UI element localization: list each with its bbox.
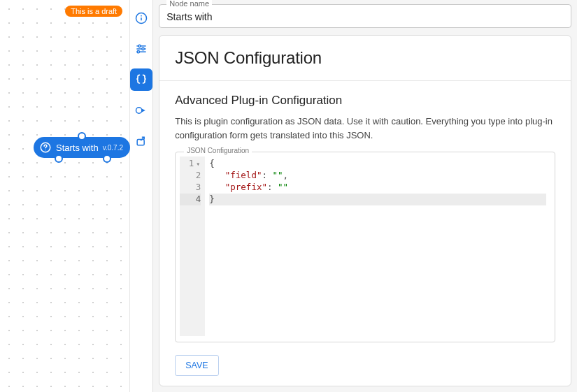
node-port-bottom-left[interactable] (55, 154, 63, 163)
question-circle-icon (39, 141, 52, 154)
side-rail (130, 0, 153, 392)
svg-point-6 (138, 45, 141, 47)
save-button[interactable]: SAVE (175, 355, 218, 376)
rail-info[interactable] (130, 7, 152, 29)
node-version: v.0.7.2 (103, 144, 123, 152)
app-root: This is a draft Starts with v.0.7.2 (0, 0, 577, 392)
draft-badge: This is a draft (65, 6, 122, 17)
rail-export[interactable] (130, 130, 152, 152)
node-port-top[interactable] (78, 132, 86, 140)
node-name-label: Node name (166, 0, 212, 8)
card-subheading: Advanced Plug-in Configuration (175, 94, 555, 108)
svg-point-1 (45, 150, 45, 150)
node-port-bottom-right[interactable] (103, 154, 111, 163)
node-name-input[interactable] (166, 11, 564, 22)
svg-point-10 (137, 51, 139, 53)
workflow-canvas[interactable]: This is a draft Starts with v.0.7.2 (0, 0, 130, 392)
workflow-node[interactable]: Starts with v.0.7.2 (34, 137, 130, 158)
sliders-icon (134, 42, 148, 56)
json-editor[interactable]: 1▾ 2 3 4 { "field": "", "prefix": "" } (180, 157, 550, 336)
json-config-card: JSON Configuration Advanced Plug-in Conf… (159, 35, 571, 386)
rail-sliders[interactable] (130, 38, 152, 60)
json-editor-fieldset: JSON Configuration 1▾ 2 3 4 { "field": "… (175, 152, 555, 342)
svg-point-4 (141, 15, 142, 17)
info-icon (134, 11, 148, 25)
export-icon (134, 134, 148, 148)
run-icon (134, 103, 148, 117)
svg-point-11 (136, 108, 142, 113)
rail-run[interactable] (130, 99, 152, 122)
card-body: Advanced Plug-in Configuration This is p… (159, 81, 571, 386)
json-editor-code[interactable]: { "field": "", "prefix": "" } (205, 157, 550, 336)
json-braces-icon (134, 73, 148, 87)
card-title: JSON Configuration (175, 48, 555, 68)
node-label: Starts with (56, 143, 99, 153)
fold-icon[interactable]: ▾ (195, 159, 201, 169)
rail-json[interactable] (130, 68, 152, 91)
card-description: This is plugin configuration as JSON dat… (175, 115, 555, 142)
node-name-field[interactable]: Node name (159, 4, 571, 28)
inspector-panel: Node name JSON Configuration Advanced Pl… (153, 0, 577, 392)
json-editor-legend: JSON Configuration (184, 147, 252, 154)
card-header: JSON Configuration (159, 36, 571, 81)
save-row: SAVE (175, 355, 555, 376)
svg-point-8 (142, 48, 144, 50)
json-editor-gutter: 1▾ 2 3 4 (180, 157, 205, 336)
